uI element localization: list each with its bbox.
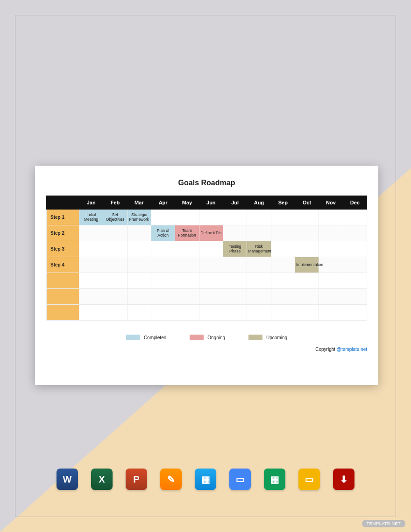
watermark-badge: TEMPLATE.NET [362, 520, 405, 527]
table-cell [103, 257, 127, 273]
table-cell [271, 241, 295, 257]
legend: Completed Ongoing Upcoming [46, 335, 367, 340]
table-cell [271, 225, 295, 241]
table-cell [295, 305, 319, 321]
row-label: Step 2 [47, 225, 79, 241]
table-cell [271, 273, 295, 289]
table-cell [295, 210, 319, 225]
table-cell [271, 210, 295, 225]
pdf-icon[interactable]: ⬇ [333, 469, 354, 490]
table-cell [343, 225, 367, 241]
table-cell [319, 273, 343, 289]
table-cell [151, 210, 175, 225]
table-cell [223, 210, 247, 225]
table-row [47, 305, 367, 321]
table-cell [151, 241, 175, 257]
table-cell: Implementation [295, 257, 319, 273]
table-cell: Testing Phase [223, 241, 247, 257]
table-cell: Risk Management [247, 241, 271, 257]
legend-label: Completed [144, 335, 166, 340]
table-cell [199, 273, 223, 289]
gdocs-icon[interactable]: ▭ [229, 469, 251, 490]
swatch-completed [126, 335, 140, 340]
legend-label: Ongoing [207, 335, 225, 340]
row-label [47, 289, 79, 305]
document-card: Goals Roadmap Jan Feb Mar Apr May Jun Ju… [35, 166, 378, 385]
header-month: Sep [271, 196, 295, 210]
table-cell [127, 273, 151, 289]
table-cell [127, 241, 151, 257]
row-label: Step 4 [47, 257, 79, 273]
table-cell [127, 257, 151, 273]
gslides-icon[interactable]: ▭ [298, 469, 320, 490]
table-cell [343, 257, 367, 273]
app-icons-row: W X P ✎ ▦ ▭ ▦ ▭ ⬇ [0, 469, 411, 490]
table-cell [319, 225, 343, 241]
row-label [47, 273, 79, 289]
table-row: Step 2Plan of ActionTeam FormationDefine… [47, 225, 367, 241]
header-month: Jan [79, 196, 103, 210]
table-cell [343, 289, 367, 305]
table-cell [295, 241, 319, 257]
table-header-row: Jan Feb Mar Apr May Jun Jul Aug Sep Oct … [47, 196, 367, 210]
table-cell [103, 273, 127, 289]
header-month: Oct [295, 196, 319, 210]
table-cell [247, 257, 271, 273]
table-cell [151, 289, 175, 305]
copyright-line: Copyright @template.net [46, 347, 367, 352]
table-cell [79, 305, 103, 321]
header-month: Jun [199, 196, 223, 210]
table-cell: Strategic Framework [127, 210, 151, 225]
row-label: Step 1 [47, 210, 79, 225]
table-cell [103, 305, 127, 321]
header-month: Feb [103, 196, 127, 210]
table-cell [199, 210, 223, 225]
table-row: Step 4Implementation [47, 257, 367, 273]
table-row: Step 3Testing PhaseRisk Management [47, 241, 367, 257]
table-cell: Plan of Action [151, 225, 175, 241]
table-cell [199, 257, 223, 273]
table-cell: Initial Meeting [79, 210, 103, 225]
table-cell [199, 241, 223, 257]
table-cell: Team Formation [175, 225, 199, 241]
table-cell [319, 289, 343, 305]
roadmap-table: Jan Feb Mar Apr May Jun Jul Aug Sep Oct … [46, 196, 367, 321]
table-cell [343, 210, 367, 225]
table-cell: Define KPIs [199, 225, 223, 241]
word-icon[interactable]: W [57, 469, 78, 490]
table-cell [199, 305, 223, 321]
table-cell [175, 289, 199, 305]
table-cell [247, 210, 271, 225]
table-cell [79, 289, 103, 305]
copyright-link[interactable]: @template.net [337, 347, 367, 352]
keynote-icon[interactable]: ▦ [195, 469, 216, 490]
table-cell [175, 273, 199, 289]
legend-item-completed: Completed [126, 335, 166, 340]
table-cell [223, 289, 247, 305]
table-cell [151, 305, 175, 321]
table-cell [247, 225, 271, 241]
header-month: Apr [151, 196, 175, 210]
swatch-upcoming [248, 335, 262, 340]
table-cell [175, 210, 199, 225]
legend-item-upcoming: Upcoming [248, 335, 287, 340]
table-cell [151, 257, 175, 273]
gsheets-icon[interactable]: ▦ [264, 469, 285, 490]
row-label [47, 305, 79, 321]
header-month: Jul [223, 196, 247, 210]
page-title: Goals Roadmap [46, 179, 367, 187]
table-cell [79, 257, 103, 273]
table-cell [79, 273, 103, 289]
table-row [47, 273, 367, 289]
table-cell [175, 257, 199, 273]
excel-icon[interactable]: X [91, 469, 113, 490]
header-month: May [175, 196, 199, 210]
pages-icon[interactable]: ✎ [160, 469, 182, 490]
legend-label: Upcoming [266, 335, 287, 340]
table-row [47, 289, 367, 305]
table-cell: Set Objectives [103, 210, 127, 225]
powerpoint-icon[interactable]: P [126, 469, 147, 490]
header-month: Aug [247, 196, 271, 210]
table-cell [319, 241, 343, 257]
table-cell [199, 289, 223, 305]
